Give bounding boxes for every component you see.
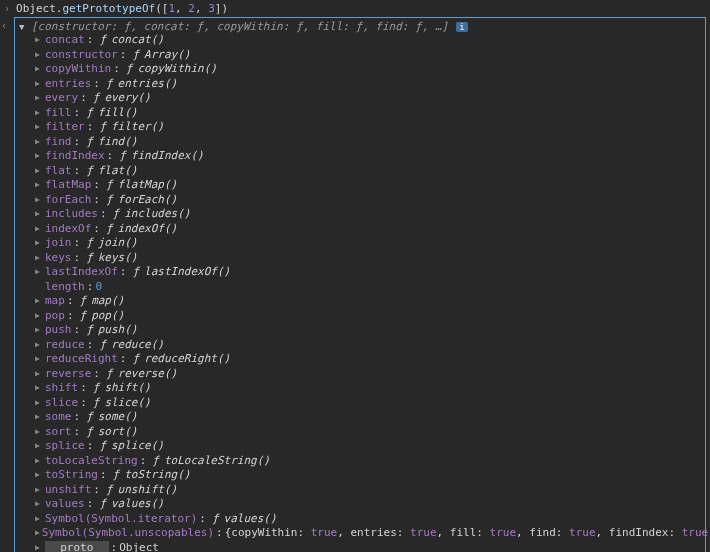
expand-icon[interactable]: ▶: [35, 236, 43, 251]
expand-icon[interactable]: ▶: [35, 338, 43, 353]
property-row[interactable]: ▶reduce:ƒreduce(): [35, 338, 705, 353]
expand-icon[interactable]: ▶: [35, 149, 43, 164]
expand-icon[interactable]: ▶: [35, 91, 43, 106]
property-key: reverse: [45, 367, 91, 382]
property-row[interactable]: ▶reduceRight:ƒreduceRight(): [35, 352, 705, 367]
expand-icon[interactable]: ▶: [35, 367, 43, 382]
expand-icon[interactable]: ▶: [35, 207, 43, 222]
property-row[interactable]: ▶pop:ƒpop(): [35, 309, 705, 324]
property-row-length[interactable]: length: 0: [35, 280, 705, 295]
function-icon: ƒ: [99, 439, 106, 454]
expand-icon[interactable]: ▶: [35, 541, 43, 553]
property-row[interactable]: ▶every:ƒevery(): [35, 91, 705, 106]
function-icon: ƒ: [113, 207, 120, 222]
property-row[interactable]: ▶values:ƒvalues(): [35, 497, 705, 512]
property-row[interactable]: ▶shift:ƒshift(): [35, 381, 705, 396]
property-row[interactable]: ▶unshift:ƒunshift(): [35, 483, 705, 498]
expand-icon[interactable]: ▶: [35, 120, 43, 135]
property-key: copyWithin: [45, 62, 111, 77]
expand-icon[interactable]: ▶: [35, 425, 43, 440]
expand-icon[interactable]: ▶: [35, 251, 43, 266]
expand-icon[interactable]: ▶: [35, 512, 43, 527]
property-row[interactable]: ▶copyWithin:ƒcopyWithin(): [35, 62, 705, 77]
expand-icon[interactable]: ▶: [35, 193, 43, 208]
property-row[interactable]: ▶reverse:ƒreverse(): [35, 367, 705, 382]
function-name: indexOf(): [118, 222, 178, 237]
expand-icon[interactable]: ▶: [35, 178, 43, 193]
colon: :: [120, 265, 127, 280]
expand-icon[interactable]: ▶: [35, 265, 43, 280]
property-row-unscopables[interactable]: ▶Symbol(Symbol.unscopables): {copyWithin…: [35, 526, 705, 541]
property-row[interactable]: ▶flatMap:ƒflatMap(): [35, 178, 705, 193]
expand-icon[interactable]: ▶: [35, 106, 43, 121]
expand-icon[interactable]: ▶: [35, 439, 43, 454]
property-row[interactable]: ▶map:ƒmap(): [35, 294, 705, 309]
property-row[interactable]: ▶entries:ƒentries(): [35, 77, 705, 92]
colon: :: [74, 323, 81, 338]
expand-toggle-icon[interactable]: ▼: [19, 22, 27, 32]
property-row[interactable]: ▶push:ƒpush(): [35, 323, 705, 338]
property-row[interactable]: ▶slice:ƒslice(): [35, 396, 705, 411]
property-key: indexOf: [45, 222, 91, 237]
expand-icon[interactable]: ▶: [35, 468, 43, 483]
property-row[interactable]: ▶constructor:ƒArray(): [35, 48, 705, 63]
function-name: concat(): [111, 33, 164, 48]
property-row[interactable]: ▶sort:ƒsort(): [35, 425, 705, 440]
expand-icon[interactable]: ▶: [35, 222, 43, 237]
function-name: findIndex(): [131, 149, 204, 164]
function-icon: ƒ: [86, 251, 93, 266]
expand-icon[interactable]: ▶: [35, 309, 43, 324]
property-row[interactable]: ▶toString:ƒtoString(): [35, 468, 705, 483]
function-icon: ƒ: [80, 309, 87, 324]
property-row[interactable]: ▶filter:ƒfilter(): [35, 120, 705, 135]
expand-icon[interactable]: ▶: [35, 483, 43, 498]
property-row[interactable]: ▶fill:ƒfill(): [35, 106, 705, 121]
function-icon: ƒ: [93, 381, 100, 396]
prompt-icon: ›: [4, 3, 10, 14]
property-row[interactable]: ▶some:ƒsome(): [35, 410, 705, 425]
property-row[interactable]: ▶join:ƒjoin(): [35, 236, 705, 251]
property-row[interactable]: ▶indexOf:ƒindexOf(): [35, 222, 705, 237]
expand-icon[interactable]: ▶: [35, 48, 43, 63]
function-icon: ƒ: [132, 352, 139, 367]
property-row[interactable]: ▶splice:ƒsplice(): [35, 439, 705, 454]
function-icon: ƒ: [119, 149, 126, 164]
property-row[interactable]: ▶findIndex:ƒfindIndex(): [35, 149, 705, 164]
expand-icon[interactable]: ▶: [35, 135, 43, 150]
property-row[interactable]: ▶find:ƒfind(): [35, 135, 705, 150]
property-row-proto[interactable]: ▶__proto__: Object: [35, 541, 705, 553]
colon: :: [74, 106, 81, 121]
property-row[interactable]: ▶Symbol(Symbol.iterator):ƒvalues(): [35, 512, 705, 527]
expand-icon[interactable]: ▶: [35, 381, 43, 396]
expand-icon[interactable]: ▶: [35, 294, 43, 309]
property-row[interactable]: ▶keys:ƒkeys(): [35, 251, 705, 266]
expand-icon[interactable]: ▶: [35, 77, 43, 92]
expand-icon[interactable]: ▶: [35, 497, 43, 512]
property-row[interactable]: ▶lastIndexOf:ƒlastIndexOf(): [35, 265, 705, 280]
colon: :: [93, 193, 100, 208]
function-name: pop(): [91, 309, 124, 324]
expand-icon[interactable]: ▶: [35, 164, 43, 179]
expand-icon[interactable]: ▶: [35, 323, 43, 338]
expand-icon[interactable]: ▶: [35, 62, 43, 77]
property-row[interactable]: ▶includes:ƒincludes(): [35, 207, 705, 222]
property-row[interactable]: ▶toLocaleString:ƒtoLocaleString(): [35, 454, 705, 469]
function-icon: ƒ: [86, 425, 93, 440]
info-icon[interactable]: i: [456, 22, 467, 32]
expand-icon[interactable]: ▶: [35, 33, 43, 48]
expand-icon[interactable]: ▶: [35, 352, 43, 367]
property-row[interactable]: ▶forEach:ƒforEach(): [35, 193, 705, 208]
colon: :: [74, 164, 81, 179]
function-icon: ƒ: [80, 294, 87, 309]
object-summary-row[interactable]: ▼ [constructor: ƒ, concat: ƒ, copyWithin…: [17, 20, 705, 33]
property-row[interactable]: ▶flat:ƒflat(): [35, 164, 705, 179]
function-name: flat(): [98, 164, 138, 179]
property-key: lastIndexOf: [45, 265, 118, 280]
function-icon: ƒ: [86, 410, 93, 425]
expand-icon[interactable]: ▶: [35, 396, 43, 411]
expand-icon[interactable]: ▶: [35, 526, 40, 541]
colon: :: [80, 91, 87, 106]
expand-icon[interactable]: ▶: [35, 454, 43, 469]
property-row[interactable]: ▶concat:ƒconcat(): [35, 33, 705, 48]
expand-icon[interactable]: ▶: [35, 410, 43, 425]
